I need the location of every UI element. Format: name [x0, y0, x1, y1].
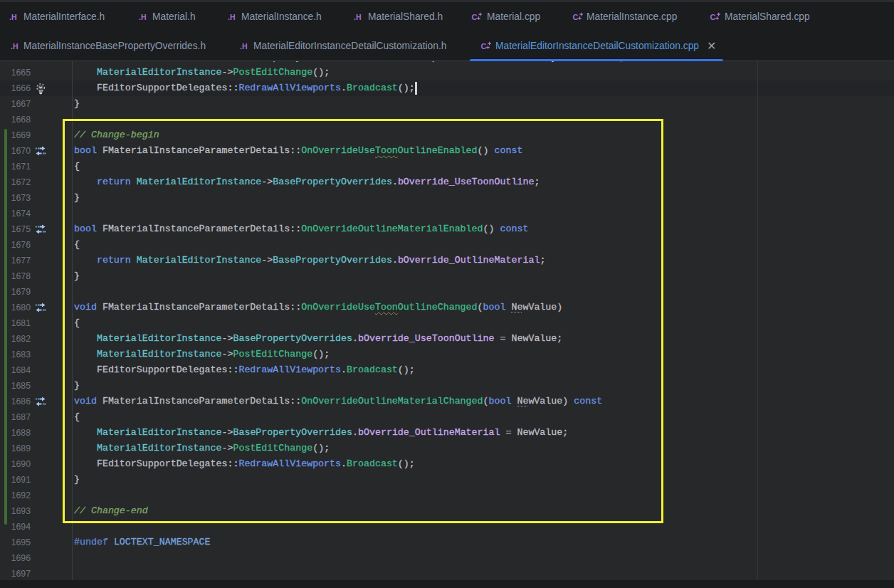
svg-text:C: C	[472, 13, 478, 21]
svg-text:C: C	[481, 42, 487, 51]
svg-text:C: C	[710, 13, 716, 21]
svg-text:C: C	[573, 13, 579, 21]
